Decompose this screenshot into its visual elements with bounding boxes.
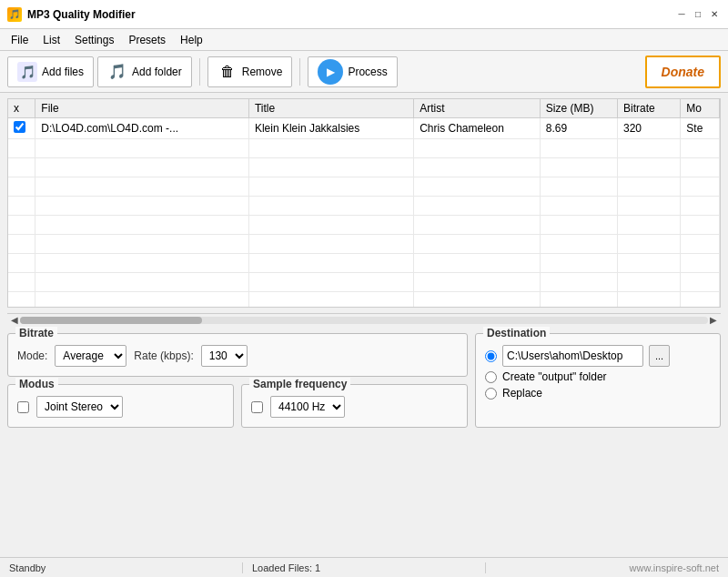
modus-checkbox[interactable] <box>17 401 29 413</box>
table-row[interactable]: D:\LO4D.com\LO4D.com -...Klein Klein Jak… <box>8 118 720 139</box>
table-row-empty <box>8 292 720 309</box>
col-header-size: Size (MB) <box>540 99 617 118</box>
sample-freq-select[interactable]: 44100 Hz 48000 Hz 22050 Hz <box>270 396 345 418</box>
cell-file: D:\LO4D.com\LO4D.com -... <box>35 118 249 139</box>
table-row-empty <box>8 158 720 177</box>
status-bar: Standby Loaded Files: 1 www.inspire-soft… <box>0 557 728 577</box>
col-header-mo: Mo <box>681 99 720 118</box>
process-button[interactable]: ▶ Process <box>308 56 397 87</box>
cell-bitrate: 320 <box>618 118 681 139</box>
dest-path-input[interactable] <box>502 345 643 367</box>
mode-select[interactable]: Average Constant Variable <box>55 345 126 367</box>
modus-group-title: Modus <box>15 378 58 390</box>
destination-group: Destination ... Create "output" folder R… <box>475 333 721 428</box>
app-icon: 🎵 <box>7 7 22 22</box>
scroll-left-arrow[interactable]: ◀ <box>9 315 20 325</box>
app-title: MP3 Quality Modifier <box>27 8 136 21</box>
cell-mode: Ste <box>681 118 720 139</box>
add-folder-button[interactable]: 🎵 Add folder <box>97 56 192 87</box>
close-button[interactable]: ✕ <box>708 8 721 21</box>
separator-1 <box>199 58 200 86</box>
destination-title: Destination <box>483 327 550 339</box>
add-files-icon: 🎵 <box>17 62 37 82</box>
menu-presets[interactable]: Presets <box>121 32 173 48</box>
process-icon: ▶ <box>318 59 343 85</box>
panel-right: Destination ... Create "output" folder R… <box>475 333 721 428</box>
modus-select[interactable]: Joint Stereo Stereo Mono <box>36 396 123 418</box>
menu-bar: File List Settings Presets Help <box>0 29 728 51</box>
status-standby: Standby <box>0 562 243 573</box>
browse-button[interactable]: ... <box>649 345 670 367</box>
dest-radio-path[interactable] <box>485 350 497 362</box>
row-checkbox[interactable] <box>14 121 25 133</box>
dest-radio-output[interactable] <box>485 371 497 383</box>
table-row-empty <box>8 139 720 158</box>
remove-icon: 🗑 <box>217 62 238 82</box>
sample-freq-group: Sample frequency 44100 Hz 48000 Hz 22050… <box>241 384 468 428</box>
menu-settings[interactable]: Settings <box>67 32 121 48</box>
file-table-container: x File Title Artist Size (MB) Bitrate Mo… <box>7 98 721 308</box>
col-header-title: Title <box>248 99 413 118</box>
mode-label: Mode: <box>17 349 47 362</box>
file-table: x File Title Artist Size (MB) Bitrate Mo… <box>8 99 720 308</box>
horizontal-scrollbar[interactable]: ◀ ▶ <box>7 313 721 326</box>
status-loaded: Loaded Files: 1 <box>243 562 486 573</box>
dest-output-label: Create "output" folder <box>502 370 607 383</box>
table-row-empty <box>8 254 720 273</box>
dest-radio-replace[interactable] <box>485 388 497 400</box>
donate-button[interactable]: Donate <box>645 56 721 88</box>
bitrate-group: Bitrate Mode: Average Constant Variable … <box>7 333 468 377</box>
table-row-empty <box>8 273 720 292</box>
sample-freq-checkbox[interactable] <box>251 401 263 413</box>
separator-2 <box>299 58 300 86</box>
scroll-right-arrow[interactable]: ▶ <box>708 315 719 325</box>
title-bar: 🎵 MP3 Quality Modifier ─ □ ✕ <box>0 0 728 29</box>
menu-list[interactable]: List <box>35 32 67 48</box>
maximize-button[interactable]: □ <box>692 8 704 21</box>
table-row-empty <box>8 235 720 254</box>
cell-title: Klein Klein Jakkalsies <box>248 118 413 139</box>
table-row-empty <box>8 216 720 235</box>
table-row-empty <box>8 197 720 216</box>
toolbar: 🎵 Add files 🎵 Add folder 🗑 Remove ▶ Proc… <box>0 51 728 93</box>
bitrate-group-title: Bitrate <box>15 327 57 339</box>
status-website: www.inspire-soft.net <box>486 562 728 573</box>
col-header-artist: Artist <box>414 99 541 118</box>
minimize-button[interactable]: ─ <box>675 8 688 21</box>
panel-left: Bitrate Mode: Average Constant Variable … <box>7 333 468 428</box>
col-header-bitrate: Bitrate <box>618 99 681 118</box>
cell-artist: Chris Chameleon <box>414 118 541 139</box>
bottom-panels: Bitrate Mode: Average Constant Variable … <box>7 333 721 428</box>
rate-label: Rate (kbps): <box>134 349 193 362</box>
menu-file[interactable]: File <box>4 32 35 48</box>
modus-group: Modus Joint Stereo Stereo Mono <box>7 384 234 428</box>
col-header-x: x <box>8 99 35 118</box>
col-header-file: File <box>35 99 249 118</box>
scrollbar-thumb[interactable] <box>20 317 202 324</box>
table-row-empty <box>8 177 720 197</box>
cell-size: 8.69 <box>540 118 617 139</box>
add-files-button[interactable]: 🎵 Add files <box>7 56 94 87</box>
remove-button[interactable]: 🗑 Remove <box>207 56 293 87</box>
rate-select[interactable]: 128 130 160 192 256 320 <box>201 345 248 367</box>
sample-freq-title: Sample frequency <box>249 378 350 390</box>
menu-help[interactable]: Help <box>173 32 210 48</box>
scrollbar-track <box>20 317 708 324</box>
add-folder-icon: 🎵 <box>107 62 127 82</box>
dest-replace-label: Replace <box>502 387 542 400</box>
